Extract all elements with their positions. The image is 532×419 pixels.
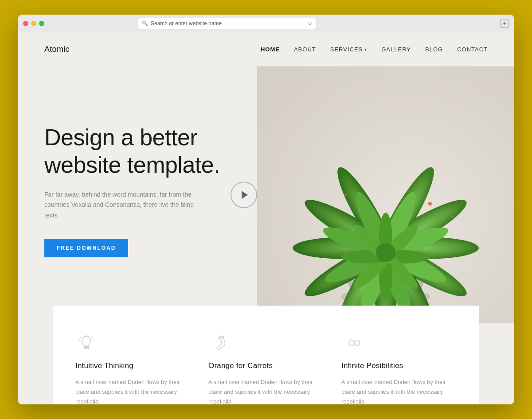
feature-desc-1: A small river named Duden flows by their… xyxy=(75,377,191,404)
address-bar[interactable]: 🔍 Search or enter website name ↻ xyxy=(138,18,316,29)
infinity-icon xyxy=(341,332,364,354)
feature-title-1: Intuitive Thinking xyxy=(75,361,191,370)
maximize-button[interactable] xyxy=(39,21,44,26)
carrot-icon xyxy=(208,332,231,354)
hero-plant-image xyxy=(257,66,514,323)
svg-rect-35 xyxy=(85,348,89,349)
nav-contact[interactable]: CONTACT xyxy=(457,46,488,53)
nav-services-label: SERVICES xyxy=(330,46,363,53)
svg-point-30 xyxy=(376,243,395,262)
nav-blog[interactable]: BLOG xyxy=(425,46,443,53)
nav-links: HOME ABOUT SERVICES ▾ GALLERY BLOG CONTA… xyxy=(261,46,488,53)
website-content: Atomic HOME ABOUT SERVICES ▾ GALLERY BLO… xyxy=(18,32,514,404)
svg-point-32 xyxy=(451,216,454,218)
lightbulb-icon xyxy=(75,332,98,354)
minimize-button[interactable] xyxy=(31,21,36,26)
browser-chrome: 🔍 Search or enter website name ↻ + xyxy=(18,15,514,32)
site-logo: Atomic xyxy=(44,45,70,54)
features-section: Intuitive Thinking A small river named D… xyxy=(53,306,479,404)
new-tab-button[interactable]: + xyxy=(500,19,509,28)
close-button[interactable] xyxy=(23,21,28,26)
refresh-icon[interactable]: ↻ xyxy=(308,20,312,27)
feature-item-2: Orange for Carrots A small river named D… xyxy=(208,332,324,404)
svg-point-33 xyxy=(344,194,347,196)
hero-content: Design a better website template. Far fa… xyxy=(18,97,248,293)
hero-title: Design a better website template. xyxy=(44,124,222,179)
nav-services[interactable]: SERVICES ▾ xyxy=(330,46,368,53)
feature-title-3: Infinite Posibilities xyxy=(341,361,457,370)
hero-subtitle: Far far away, behind the word mountains,… xyxy=(44,190,204,221)
feature-item-3: Infinite Posibilities A small river name… xyxy=(341,332,457,404)
feature-desc-3: A small river named Duden flows by their… xyxy=(341,377,457,404)
address-text: Search or enter website name xyxy=(151,20,305,27)
svg-rect-34 xyxy=(84,346,89,348)
search-icon: 🔍 xyxy=(142,20,148,26)
site-navigation: Atomic HOME ABOUT SERVICES ▾ GALLERY BLO… xyxy=(18,32,514,66)
browser-window: 🔍 Search or enter website name ↻ + Atomi… xyxy=(18,15,514,404)
cta-button[interactable]: FREE DOWNLOAD xyxy=(44,239,128,257)
feature-item-1: Intuitive Thinking A small river named D… xyxy=(75,332,191,404)
feature-desc-2: A small river named Duden flows by their… xyxy=(208,377,324,404)
traffic-lights xyxy=(23,21,44,26)
nav-home[interactable]: HOME xyxy=(261,46,280,53)
chevron-down-icon: ▾ xyxy=(364,47,367,52)
svg-line-37 xyxy=(80,337,81,338)
play-icon xyxy=(242,191,248,199)
hero-section: Design a better website template. Far fa… xyxy=(18,66,514,323)
svg-line-38 xyxy=(92,337,93,338)
nav-about[interactable]: ABOUT xyxy=(294,46,316,53)
feature-title-2: Orange for Carrots xyxy=(208,361,324,370)
play-button[interactable] xyxy=(231,182,257,208)
svg-point-31 xyxy=(428,202,432,206)
nav-gallery[interactable]: GALLERY xyxy=(381,46,411,53)
